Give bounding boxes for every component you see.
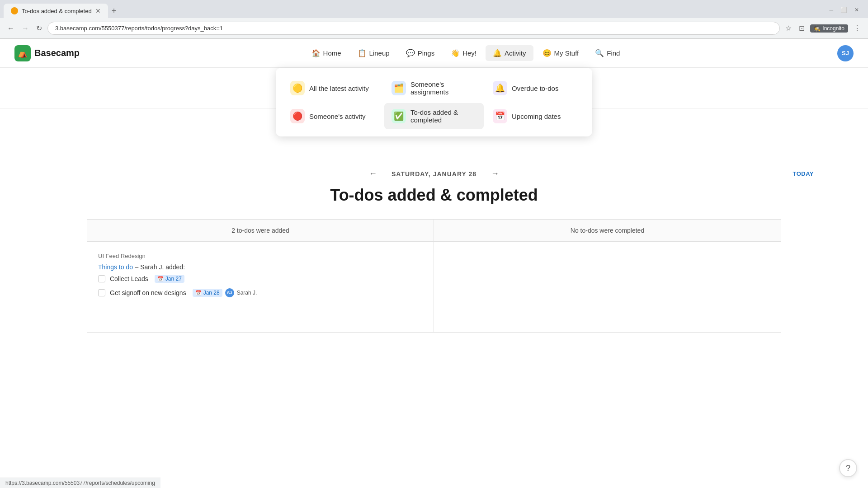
logo-area[interactable]: ⛺ Basecamp <box>14 45 80 61</box>
new-tab-button[interactable]: + <box>108 5 120 18</box>
todo-item-2: Get signoff on new designs 📅 Jan 28 SJ S… <box>98 288 423 297</box>
tab-favicon <box>11 7 18 14</box>
added-col-header: 2 to-dos were added <box>87 220 434 241</box>
tab-title: To-dos added & completed <box>22 8 92 14</box>
assignee-name: Sarah J. <box>237 290 257 296</box>
overdue-label: Overdue to-dos <box>512 84 558 92</box>
back-button[interactable]: ← <box>5 23 16 34</box>
toolbar-actions: ☆ ⊡ 🕵 Incognito ⋮ <box>783 22 863 34</box>
nav-pings[interactable]: 💬 Pings <box>399 45 442 61</box>
upcoming-icon: 📅 <box>493 109 507 123</box>
dropdown-someones-activity[interactable]: 🔴 Someone's activity <box>283 103 382 129</box>
forward-button[interactable]: → <box>20 23 31 34</box>
date-badge-1: 📅 Jan 27 <box>155 275 184 283</box>
nav-lineup[interactable]: 📋 Lineup <box>350 45 397 61</box>
calendar-icon-1: 📅 <box>157 276 164 282</box>
page-title: To-dos added & completed <box>0 186 868 205</box>
nav-mystuff[interactable]: 😊 My Stuff <box>535 45 586 61</box>
profile-button[interactable]: ⊡ <box>797 22 807 34</box>
next-date-button[interactable]: → <box>487 167 503 180</box>
latest-activity-icon: 🟡 <box>290 81 305 95</box>
mystuff-icon: 😊 <box>542 49 552 57</box>
maximize-button[interactable]: ⬜ <box>839 5 849 15</box>
menu-button[interactable]: ⋮ <box>852 22 863 34</box>
todo-checkbox-2[interactable] <box>98 289 105 296</box>
incognito-icon: 🕵 <box>814 25 821 32</box>
today-link[interactable]: TODAY <box>793 170 814 177</box>
activity-icon: 🔔 <box>493 49 502 57</box>
pings-icon: 💬 <box>406 49 415 57</box>
todo-item: Collect Leads 📅 Jan 27 <box>98 275 423 283</box>
todo-meta-2: 📅 Jan 28 SJ Sarah J. <box>193 288 257 297</box>
address-bar[interactable] <box>47 22 780 35</box>
todo-text-1: Collect Leads <box>110 275 148 282</box>
tab-bar: To-dos added & completed ✕ + ─ ⬜ ✕ <box>0 0 868 18</box>
todos-icon: ✅ <box>392 109 406 123</box>
todos-label: To-dos added & completed <box>410 108 476 124</box>
nav-activity-label: Activity <box>505 49 526 57</box>
current-date-label: SATURDAY, JANUARY 28 <box>392 170 476 178</box>
hey-icon: 👋 <box>451 49 460 57</box>
dropdown-overdue[interactable]: 🔔 Overdue to-dos <box>486 75 585 101</box>
added-by: – Sarah J. added: <box>135 263 185 271</box>
todo-date-1: Jan 27 <box>165 276 182 282</box>
todo-date-2: Jan 28 <box>203 290 220 296</box>
nav-hey-label: Hey! <box>462 49 476 57</box>
someones-activity-label: Someone's activity <box>309 113 366 120</box>
nav-mystuff-label: My Stuff <box>554 49 579 57</box>
project-name: UI Feed Redesign <box>98 253 423 259</box>
todo-meta-1: 📅 Jan 27 <box>155 275 184 283</box>
nav-home[interactable]: 🏠 Home <box>304 45 349 61</box>
todo-text-2: Get signoff on new designs <box>110 289 186 296</box>
added-col: UI Feed Redesign Things to do – Sarah J.… <box>87 242 434 332</box>
table-header: 2 to-dos were added No to-dos were compl… <box>87 220 781 242</box>
nav-hey[interactable]: 👋 Hey! <box>443 45 484 61</box>
prev-date-button[interactable]: ← <box>365 167 381 180</box>
assignments-icon: 🗂️ <box>392 81 406 95</box>
assignments-label: Someone's assignments <box>410 80 476 96</box>
incognito-indicator: 🕵 Incognito <box>810 24 848 33</box>
find-icon: 🔍 <box>595 49 604 57</box>
dropdown-latest-activity[interactable]: 🟡 All the latest activity <box>283 75 382 101</box>
table-body: UI Feed Redesign Things to do – Sarah J.… <box>87 242 781 332</box>
assignee-avatar: SJ <box>225 288 234 297</box>
date-navigation: ← SATURDAY, JANUARY 28 → TODAY <box>0 167 868 180</box>
main-content: ← SATURDAY, JANUARY 28 → TODAY To-dos ad… <box>0 149 868 351</box>
latest-activity-label: All the latest activity <box>309 84 369 92</box>
basecamp-logo-icon: ⛺ <box>14 45 31 61</box>
content-table: 2 to-dos were added No to-dos were compl… <box>87 219 781 333</box>
minimize-button[interactable]: ─ <box>827 5 835 15</box>
nav-find-label: Find <box>607 49 620 57</box>
nav-activity[interactable]: 🔔 Activity <box>486 45 533 61</box>
list-link[interactable]: Things to do <box>98 263 133 271</box>
upcoming-label: Upcoming dates <box>512 113 561 120</box>
dropdown-todos[interactable]: ✅ To-dos added & completed <box>384 103 484 129</box>
lineup-icon: 📋 <box>358 49 367 57</box>
date-badge-2: 📅 Jan 28 <box>193 289 222 297</box>
completed-col <box>434 242 781 332</box>
nav-lineup-label: Lineup <box>369 49 390 57</box>
overdue-icon: 🔔 <box>493 81 507 95</box>
tab-close-button[interactable]: ✕ <box>95 7 101 14</box>
dropdown-assignments[interactable]: 🗂️ Someone's assignments <box>384 75 484 101</box>
nav-find[interactable]: 🔍 Find <box>588 45 627 61</box>
app-header: ⛺ Basecamp 🏠 Home 📋 Lineup 💬 Pings 👋 Hey… <box>0 39 868 68</box>
calendar-icon-2: 📅 <box>195 290 202 296</box>
list-info: Things to do – Sarah J. added: <box>98 263 423 271</box>
browser-chrome: To-dos added & completed ✕ + ─ ⬜ ✕ ← → ↻… <box>0 0 868 39</box>
logo-text: Basecamp <box>34 48 80 58</box>
home-icon: 🏠 <box>311 49 321 57</box>
bookmark-button[interactable]: ☆ <box>783 22 793 34</box>
todo-checkbox-1[interactable] <box>98 275 105 282</box>
reload-button[interactable]: ↻ <box>34 22 44 34</box>
main-nav: 🏠 Home 📋 Lineup 💬 Pings 👋 Hey! 🔔 Activit… <box>94 45 837 61</box>
dropdown-upcoming[interactable]: 📅 Upcoming dates <box>486 103 585 129</box>
active-tab[interactable]: To-dos added & completed ✕ <box>4 4 108 18</box>
someones-activity-icon: 🔴 <box>290 109 305 123</box>
browser-toolbar: ← → ↻ ☆ ⊡ 🕵 Incognito ⋮ <box>0 18 868 38</box>
user-avatar[interactable]: SJ <box>837 45 854 61</box>
close-window-button[interactable]: ✕ <box>853 5 861 15</box>
incognito-label: Incognito <box>822 25 844 32</box>
completed-col-header: No to-dos were completed <box>434 220 781 241</box>
activity-dropdown-container: 🟡 All the latest activity 🗂️ Someone's a… <box>0 68 868 108</box>
